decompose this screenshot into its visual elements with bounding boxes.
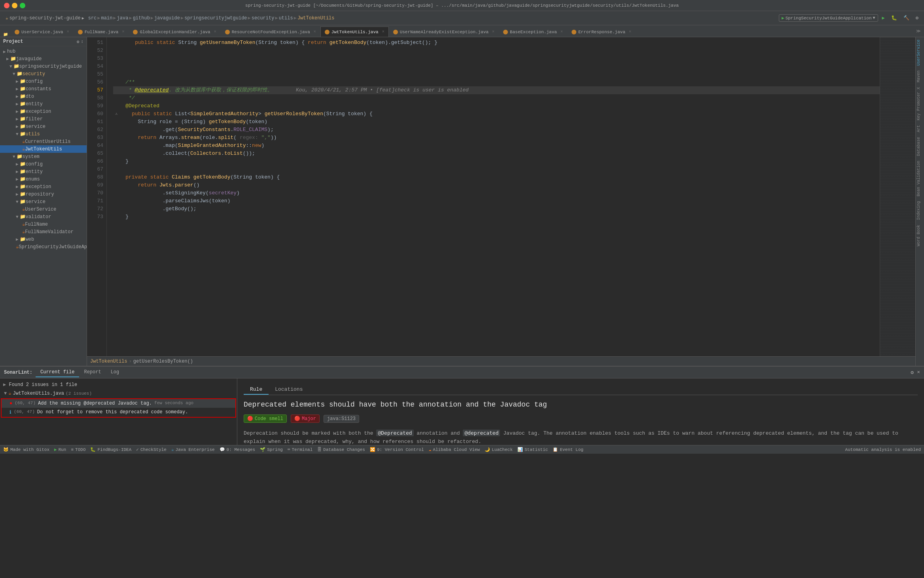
- vtab-maven[interactable]: Maven: [916, 68, 924, 85]
- tab-globalexception[interactable]: GlobalExceptionHandler.java ×: [129, 27, 220, 37]
- status-eventlog[interactable]: 📋 Event Log: [553, 447, 583, 452]
- tree-item-service2[interactable]: ▼ 📁 service: [0, 198, 87, 205]
- tree-item-currentuserutils[interactable]: ☕ CurrentUserUtils: [0, 138, 87, 145]
- build-button[interactable]: 🔨: [901, 14, 912, 22]
- tree-item-jwttokenutils[interactable]: ☕ JwtTokenUtils: [0, 145, 87, 153]
- status-spring[interactable]: 🌱 Spring: [260, 447, 283, 452]
- vtab-database[interactable]: Database: [916, 135, 924, 158]
- tree-label: SpringSecurityJwtGuideApplication: [19, 244, 87, 250]
- tree-item-entity2[interactable]: ▶ 📁 entity: [0, 168, 87, 175]
- rule-tab-locations[interactable]: Locations: [269, 385, 309, 395]
- tree-item-javaguide[interactable]: ▶ 📁 javaguide: [0, 55, 87, 63]
- tree-item-constants[interactable]: ▶ 📁 constants: [0, 85, 87, 93]
- vtab-indexing[interactable]: Indexing: [916, 199, 924, 222]
- tree-item-filter[interactable]: ▶ 📁 filter: [0, 115, 87, 123]
- tab-current-file[interactable]: Current file: [36, 368, 79, 377]
- tree-item-exception[interactable]: ▶ 📁 exception: [0, 108, 87, 115]
- status-messages[interactable]: 💬 0: Messages: [220, 447, 256, 452]
- status-gitox[interactable]: 🐱 Made with Gitox: [3, 447, 49, 452]
- minimize-button[interactable]: [12, 3, 17, 8]
- tree-item-fullname[interactable]: ☕ FullName: [0, 221, 87, 228]
- breadcrumb-javaguide: javaguide: [154, 15, 180, 21]
- tab-close-icon[interactable]: ×: [314, 30, 316, 34]
- tree-item-repository[interactable]: ▶ 📁 repository: [0, 190, 87, 198]
- tab-overflow[interactable]: ≫: [915, 29, 922, 34]
- sonar-close-icon[interactable]: ×: [917, 369, 920, 375]
- debug-button[interactable]: 🐛: [889, 14, 899, 22]
- tree-item-config2[interactable]: ▶ 📁 config: [0, 160, 87, 168]
- tab-close-icon[interactable]: ×: [122, 30, 124, 34]
- code-area[interactable]: 51 52 53 54 55 56 57 58 59 60 61 62 63 6…: [87, 37, 915, 356]
- expand-icon[interactable]: ↕: [81, 39, 83, 44]
- tab-close-icon[interactable]: ×: [629, 30, 631, 34]
- tree-item-service-security[interactable]: ▶ 📁 service: [0, 123, 87, 130]
- status-db[interactable]: 🗄 Database Changes: [317, 447, 365, 452]
- tree-item-security[interactable]: ▼ 📁 security: [0, 70, 87, 78]
- status-alibaba[interactable]: ☁ Alibaba Cloud View: [429, 447, 480, 452]
- status-statistic[interactable]: 📊 Statistic: [517, 447, 548, 452]
- tab-report[interactable]: Report: [79, 368, 106, 377]
- run-button[interactable]: ▶: [880, 14, 887, 22]
- java-icon: [15, 30, 19, 34]
- settings-icon[interactable]: ⚙: [77, 39, 80, 44]
- tab-userservice[interactable]: UserService.java ×: [10, 27, 74, 37]
- tree-item-springapp[interactable]: ☕ SpringSecurityJwtGuideApplication: [0, 243, 87, 251]
- tree-item-system[interactable]: ▼ 📁 system: [0, 153, 87, 160]
- tree-item-enums[interactable]: ▶ 📁 enums: [0, 175, 87, 183]
- tree-item-springsecurity[interactable]: ▼ 📁 springsecurityjwtguide: [0, 63, 87, 70]
- run-config-selector[interactable]: ▶ SpringSecurityJwtGuideApplication ▼: [779, 14, 878, 22]
- tree-item-web[interactable]: ▶ 📁 web: [0, 236, 87, 243]
- issue-item-2[interactable]: ℹ (60, 47) Do not forget to remove this …: [2, 408, 235, 417]
- expand-arrow: ▶: [16, 94, 19, 99]
- vtab-keypromoter[interactable]: Key Promoter X: [916, 85, 924, 123]
- tree-item-userservice-file[interactable]: ☕ UserService: [0, 205, 87, 213]
- maximize-button[interactable]: [20, 3, 25, 8]
- status-todo[interactable]: ≡ TODO: [71, 447, 85, 452]
- tree-item-fullnamevalidator[interactable]: ☕ FullNameValidator: [0, 228, 87, 236]
- status-version[interactable]: 🔀 9: Version Control: [370, 447, 424, 452]
- code-deprecated: @Deprecated: [376, 430, 413, 436]
- tab-jwttokenutils[interactable]: JwtTokenUtils.java ×: [320, 27, 389, 37]
- rule-tab-rule[interactable]: Rule: [244, 385, 269, 395]
- tab-close-icon[interactable]: ×: [492, 30, 494, 34]
- issue-file-row[interactable]: ▼ ☕ JwtTokenUtils.java (2 issues): [0, 389, 237, 397]
- vtab-wordbook[interactable]: Word Book: [916, 222, 924, 249]
- status-findbugs[interactable]: 🐛 FindBugs-IDEA: [90, 447, 131, 452]
- status-enterprise[interactable]: ☕ Java Enterprise: [171, 447, 215, 452]
- settings-button[interactable]: ⚙: [913, 14, 921, 22]
- status-checkstyle[interactable]: ✓ CheckStyle: [136, 447, 167, 452]
- tree-item-exception2[interactable]: ▶ 📁 exception: [0, 183, 87, 190]
- tree-item-validator[interactable]: ▼ 📁 validator: [0, 213, 87, 221]
- tree-item-config[interactable]: ▶ 📁 config: [0, 78, 87, 85]
- tab-close-icon[interactable]: ×: [214, 30, 216, 34]
- vtab-beanvalidation[interactable]: Bean Validation: [916, 158, 924, 199]
- tab-resourcenotfound[interactable]: ResourceNotFoundException.java ×: [221, 27, 320, 37]
- tab-usernamealreadyexist[interactable]: UserNameAlreadyExistException.java ×: [389, 27, 499, 37]
- tree-item-utils[interactable]: ▼ 📁 utils: [0, 130, 87, 138]
- tab-baseexception[interactable]: BaseException.java ×: [499, 27, 567, 37]
- status-run[interactable]: ▶ Run: [54, 447, 66, 452]
- sonar-settings-icon[interactable]: ⚙: [911, 369, 914, 376]
- tree-label: entity: [26, 101, 43, 107]
- tab-log[interactable]: Log: [106, 368, 124, 377]
- code-breadcrumb: JwtTokenUtils › getUserRolesByToken(): [87, 356, 915, 366]
- status-bar: 🐱 Made with Gitox ▶ Run ≡ TODO 🐛 FindBug…: [0, 445, 924, 454]
- tab-close-icon[interactable]: ×: [560, 30, 563, 34]
- project-tab[interactable]: 📁: [2, 32, 10, 37]
- file-expand-arrow: ▼: [4, 391, 7, 396]
- project-selector[interactable]: ☕ spring-security-jwt-guide ▶: [3, 15, 87, 22]
- tab-close-icon[interactable]: ×: [382, 30, 384, 34]
- tree-item-userservice[interactable]: ▶ hub: [0, 48, 87, 55]
- issue-item-1[interactable]: ● (60, 47) Add the missing @deprecated J…: [2, 399, 235, 408]
- status-lua[interactable]: 🌙 LuaCheck: [485, 447, 513, 452]
- tree-item-entity[interactable]: ▶ 📁 entity: [0, 100, 87, 108]
- tab-fullname[interactable]: FullName.java ×: [74, 27, 129, 37]
- code-content[interactable]: public static String getUsernameByToken(…: [107, 37, 880, 356]
- close-button[interactable]: [4, 3, 9, 8]
- tab-errorresponse[interactable]: ErrorResponse.java ×: [567, 27, 636, 37]
- tree-item-dto[interactable]: ▶ 📁 dto: [0, 93, 87, 100]
- vtab-userservice[interactable]: UserService: [916, 37, 924, 68]
- tab-close-icon[interactable]: ×: [67, 30, 69, 34]
- status-terminal[interactable]: ⌨ Terminal: [288, 447, 312, 452]
- vtab-art[interactable]: Art: [916, 123, 924, 135]
